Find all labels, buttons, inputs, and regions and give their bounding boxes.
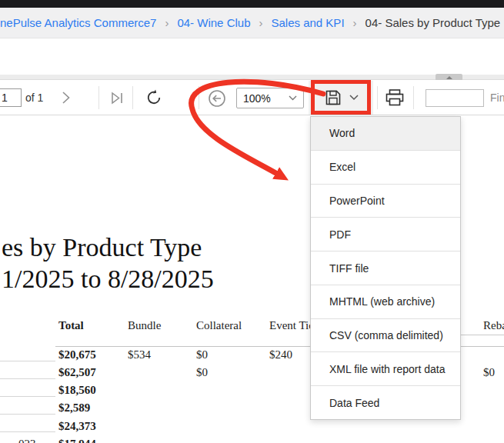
- export-save-button[interactable]: [309, 81, 373, 115]
- back-icon: [207, 88, 227, 108]
- table-cell: $18,560: [58, 384, 96, 397]
- export-menu-item[interactable]: Data Feed: [311, 385, 460, 419]
- export-menu-item[interactable]: MHTML (web archive): [311, 285, 460, 318]
- find-button[interactable]: Find: [490, 92, 504, 104]
- print-button[interactable]: [382, 86, 407, 109]
- print-icon: [385, 88, 405, 107]
- toolbar-divider: [377, 86, 378, 109]
- next-page-icon: [61, 91, 71, 105]
- zoom-value: 100%: [243, 92, 271, 105]
- toolbar-divider: [132, 86, 133, 109]
- breadcrumb-item[interactable]: 04- Wine Club: [177, 16, 250, 29]
- table-cell: $62,507: [58, 366, 96, 379]
- export-menu-item[interactable]: XML file with report data: [311, 351, 460, 385]
- parameter-bar: End Date Wine Club: [0, 38, 504, 75]
- report-viewer-page: nePulse Analytics Commerce7›04- Wine Clu…: [0, 0, 504, 443]
- breadcrumb-item: 04- Sales by Product Type: [365, 16, 501, 29]
- export-menu-item[interactable]: CSV (comma delimited): [311, 318, 460, 352]
- table-header: Collateral: [196, 319, 242, 332]
- table-header: Bundle: [128, 319, 161, 332]
- table-cell: $24,373: [58, 420, 96, 433]
- toolbar-divider: [98, 86, 99, 109]
- table-row-label-cell: [0, 361, 55, 379]
- window-top-bar: [0, 0, 504, 8]
- page-count-label: of 1: [25, 92, 43, 104]
- save-icon: [324, 88, 342, 107]
- breadcrumb-item[interactable]: Sales and KPI: [271, 16, 344, 29]
- breadcrumb-separator-icon: ›: [165, 16, 169, 29]
- table-border: [460, 335, 504, 335]
- export-format-menu: WordExcelPowerPointPDFTIFF fileMHTML (we…: [310, 116, 461, 420]
- next-page-button[interactable]: [55, 88, 75, 108]
- table-row-label-cell: [0, 397, 55, 415]
- zoom-select[interactable]: 100%: [236, 88, 304, 108]
- export-menu-item[interactable]: Excel: [311, 150, 460, 184]
- table-cell: $240: [269, 348, 292, 361]
- table-cell: $20,675: [58, 348, 96, 361]
- export-menu-item[interactable]: PDF: [311, 217, 460, 251]
- export-menu-item[interactable]: Word: [311, 117, 460, 150]
- toolbar-divider: [413, 86, 414, 109]
- table-cell: $0: [196, 348, 208, 361]
- report-toolbar: of 1 10: [0, 80, 504, 115]
- table-row-label-cell: [0, 344, 55, 361]
- table-cell: $2,589: [58, 401, 90, 415]
- table-row-label-cell: [0, 415, 55, 432]
- find-input[interactable]: [426, 89, 484, 107]
- parameter-collapse-strip: [0, 75, 504, 80]
- report-title-line1: es by Product Type: [2, 233, 202, 262]
- breadcrumb: nePulse Analytics Commerce7›04- Wine Clu…: [0, 8, 504, 38]
- collapse-up-icon: [446, 76, 452, 79]
- export-menu-item[interactable]: PowerPoint: [311, 184, 460, 218]
- breadcrumb-item[interactable]: nePulse Analytics Commerce7: [0, 16, 156, 29]
- table-cell: $17,944: [58, 438, 96, 443]
- refresh-icon: [144, 88, 164, 108]
- table-cell: $534: [128, 348, 151, 361]
- export-menu-item[interactable]: TIFF file: [311, 251, 460, 285]
- table-row-label-cell: [0, 379, 55, 397]
- breadcrumb-separator-icon: ›: [353, 16, 357, 29]
- breadcrumb-separator-icon: ›: [259, 16, 262, 29]
- table-header: Rebate: [483, 319, 504, 332]
- table-cell: $0: [196, 366, 208, 379]
- last-page-icon: [110, 92, 125, 105]
- last-page-button[interactable]: [106, 88, 128, 108]
- report-title-line2: 1/2025 to 8/28/2025: [2, 265, 214, 294]
- chevron-down-icon: [349, 95, 359, 101]
- refresh-button[interactable]: [142, 86, 165, 109]
- table-header: Total: [58, 319, 84, 332]
- chevron-down-icon: [289, 95, 297, 101]
- back-button[interactable]: [206, 88, 228, 109]
- table-row-label: 023: [18, 438, 36, 443]
- toolbar-divider: [199, 86, 199, 109]
- table-cell: $0: [483, 366, 495, 379]
- page-number-input[interactable]: [0, 88, 22, 107]
